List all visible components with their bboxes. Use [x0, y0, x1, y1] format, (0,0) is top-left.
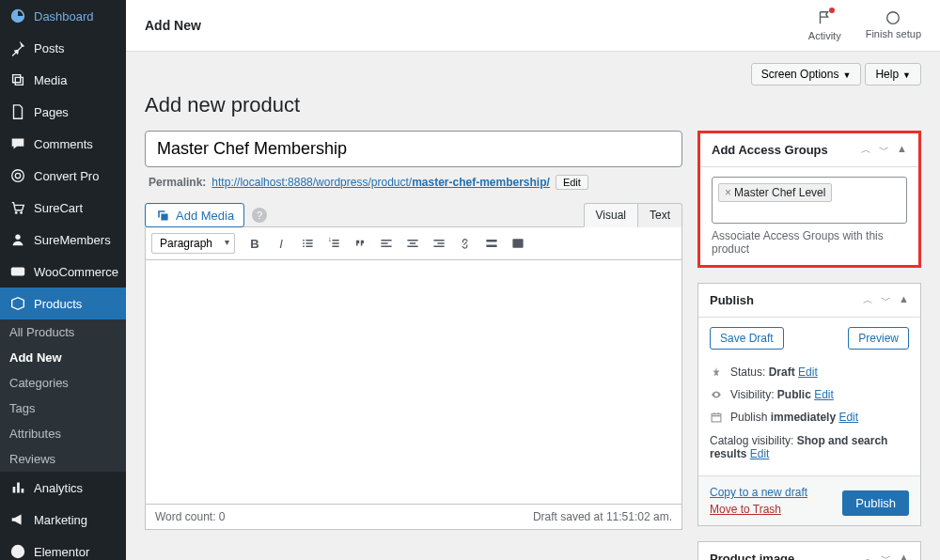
- add-media-button[interactable]: Add Media: [145, 203, 244, 227]
- calendar-icon: [710, 411, 723, 424]
- ul-button[interactable]: [295, 231, 320, 256]
- activity-label: Activity: [808, 30, 841, 41]
- elementor-icon: [9, 543, 26, 560]
- ol-button[interactable]: 1: [321, 231, 346, 256]
- sidebar-sub-add-new[interactable]: Add New: [0, 345, 126, 370]
- product-title-input[interactable]: [145, 131, 682, 167]
- svg-point-0: [12, 170, 24, 182]
- comment-icon: [9, 135, 26, 152]
- woo-icon: [9, 263, 26, 280]
- access-groups-title: Add Access Groups: [712, 143, 828, 157]
- move-down-icon[interactable]: ﹀: [881, 552, 891, 560]
- finish-setup-button[interactable]: Finish setup: [866, 9, 921, 41]
- align-right-button[interactable]: [427, 231, 451, 256]
- help-icon[interactable]: ?: [252, 208, 267, 223]
- dashboard-icon: [9, 8, 26, 24]
- sidebar-item-products[interactable]: Products: [0, 288, 126, 319]
- sidebar-item-analytics[interactable]: Analytics: [0, 472, 126, 504]
- permalink-link[interactable]: http://localhost:8888/wordpress/product/…: [212, 176, 550, 189]
- toolbar-toggle-button[interactable]: [506, 231, 530, 256]
- edit-publish-link[interactable]: Edit: [838, 411, 858, 424]
- cart-icon: [9, 199, 26, 216]
- notification-dot: [829, 8, 835, 13]
- move-up-icon[interactable]: ︿: [863, 293, 873, 307]
- sidebar-item-marketing[interactable]: Marketing: [0, 504, 126, 536]
- sidebar-item-convertpro[interactable]: Convert Pro: [0, 160, 126, 192]
- sidebar-sub-tags[interactable]: Tags: [0, 396, 126, 421]
- media-icon: [155, 208, 170, 223]
- admin-sidebar: Dashboard Posts Media Pages Comments Con…: [0, 0, 126, 560]
- permalink-label: Permalink:: [149, 176, 206, 189]
- topbar-title: Add New: [145, 18, 201, 33]
- word-count: Word count: 0: [155, 510, 225, 523]
- publish-button[interactable]: Publish: [842, 490, 909, 516]
- sidebar-item-comments[interactable]: Comments: [0, 128, 126, 160]
- move-up-icon[interactable]: ︿: [861, 143, 871, 157]
- media-icon: [9, 71, 26, 88]
- sidebar-sub-categories[interactable]: Categories: [0, 370, 126, 396]
- access-group-tag: × Master Chef Level: [718, 183, 832, 202]
- move-trash-link[interactable]: Move to Trash: [710, 503, 807, 516]
- sidebar-item-woocommerce[interactable]: WooCommerce: [0, 256, 126, 288]
- toggle-icon[interactable]: ▲: [899, 552, 909, 560]
- edit-visibility-link[interactable]: Edit: [814, 388, 834, 401]
- visual-tab[interactable]: Visual: [584, 203, 638, 227]
- sidebar-label: SureMembers: [34, 233, 111, 247]
- link-button[interactable]: [453, 231, 478, 256]
- sidebar-sub-reviews[interactable]: Reviews: [0, 446, 126, 472]
- svg-point-4: [15, 235, 20, 240]
- sidebar-sub-all-products[interactable]: All Products: [0, 319, 126, 345]
- italic-button[interactable]: I: [269, 231, 293, 256]
- editor-content[interactable]: [145, 260, 682, 505]
- analytics-icon: [9, 479, 26, 496]
- move-down-icon[interactable]: ﹀: [881, 293, 891, 307]
- move-down-icon[interactable]: ﹀: [879, 143, 889, 157]
- sidebar-label: WooCommerce: [34, 265, 118, 279]
- quote-button[interactable]: [348, 231, 372, 256]
- access-groups-metabox: Add Access Groups ︿ ﹀ ▲ × Ma: [697, 131, 921, 268]
- sidebar-item-suremembers[interactable]: SureMembers: [0, 224, 126, 256]
- paragraph-select[interactable]: Paragraph: [151, 233, 235, 254]
- align-left-button[interactable]: [374, 231, 399, 256]
- sidebar-item-dashboard[interactable]: Dashboard: [0, 0, 126, 32]
- sidebar-label: Media: [34, 73, 67, 87]
- bold-button[interactable]: B: [243, 231, 267, 256]
- sidebar-item-pages[interactable]: Pages: [0, 96, 126, 128]
- svg-point-7: [887, 12, 900, 24]
- circle-icon: [885, 9, 901, 26]
- help-button[interactable]: Help▼: [865, 63, 921, 86]
- edit-catalog-link[interactable]: Edit: [750, 447, 770, 460]
- svg-rect-5: [11, 268, 24, 276]
- sidebar-item-media[interactable]: Media: [0, 64, 126, 96]
- preview-button[interactable]: Preview: [848, 327, 909, 350]
- screen-options-button[interactable]: Screen Options▼: [751, 63, 862, 86]
- toggle-icon[interactable]: ▲: [899, 293, 909, 307]
- remove-tag-icon[interactable]: ×: [725, 186, 731, 199]
- edit-status-link[interactable]: Edit: [798, 366, 818, 379]
- megaphone-icon: [9, 511, 26, 528]
- toggle-icon[interactable]: ▲: [897, 143, 907, 157]
- align-center-button[interactable]: [400, 231, 425, 256]
- save-draft-button[interactable]: Save Draft: [710, 327, 784, 350]
- text-tab[interactable]: Text: [638, 203, 682, 227]
- sidebar-label: Comments: [34, 137, 93, 151]
- copy-draft-link[interactable]: Copy to a new draft: [710, 486, 807, 499]
- sidebar-sub-attributes[interactable]: Attributes: [0, 421, 126, 446]
- pin-icon: [710, 366, 723, 379]
- permalink-row: Permalink: http://localhost:8888/wordpre…: [149, 175, 682, 190]
- move-up-icon[interactable]: ︿: [863, 552, 873, 560]
- page-icon: [9, 103, 26, 120]
- access-groups-help: Associate Access Groups with this produc…: [712, 229, 907, 256]
- access-groups-input[interactable]: × Master Chef Level: [712, 177, 907, 224]
- sidebar-item-elementor[interactable]: Elementor: [0, 536, 126, 560]
- page-heading: Add new product: [145, 93, 921, 117]
- activity-button[interactable]: Activity: [808, 9, 841, 41]
- edit-permalink-button[interactable]: Edit: [556, 175, 588, 190]
- readmore-button[interactable]: [479, 231, 504, 256]
- sidebar-item-posts[interactable]: Posts: [0, 32, 126, 64]
- target-icon: [9, 167, 26, 184]
- sidebar-item-surecart[interactable]: SureCart: [0, 192, 126, 224]
- sidebar-label: Products: [34, 297, 82, 311]
- svg-text:1: 1: [328, 238, 331, 242]
- svg-point-6: [11, 545, 24, 558]
